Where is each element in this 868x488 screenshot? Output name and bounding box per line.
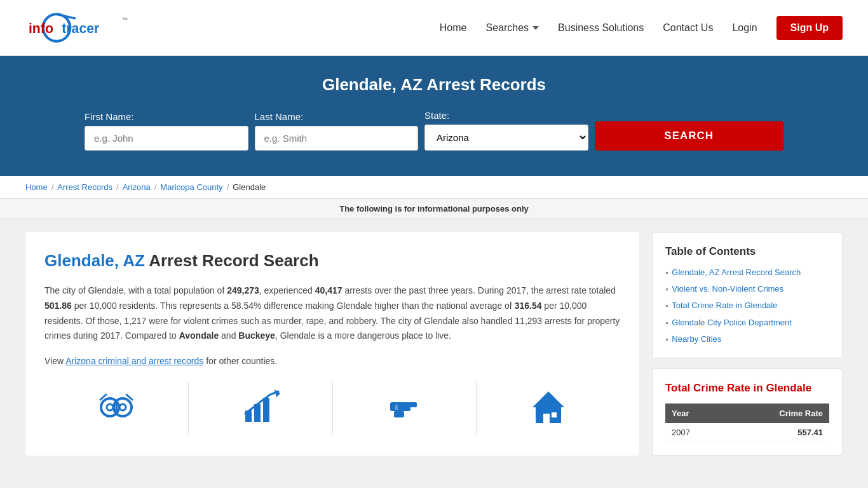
toc-bullet-1: ▪ bbox=[665, 268, 668, 277]
breadcrumb-home[interactable]: Home bbox=[25, 182, 48, 192]
toc-bullet-5: ▪ bbox=[665, 335, 668, 344]
breadcrumb-arrest-records[interactable]: Arrest Records bbox=[57, 182, 112, 192]
toc-title: Table of Contents bbox=[665, 245, 829, 258]
icons-row bbox=[44, 382, 620, 435]
article-view-text: View Arizona criminal and arrest records… bbox=[44, 354, 620, 369]
crime-rate-table: Year Crime Rate 2007 557.41 bbox=[665, 403, 829, 442]
searches-chevron-icon bbox=[532, 26, 539, 30]
toc-item-4: ▪ Glendale City Police Department bbox=[665, 317, 829, 329]
icon-stats bbox=[189, 382, 333, 435]
article-title-highlight: Glendale, AZ bbox=[44, 251, 145, 270]
svg-rect-18 bbox=[394, 411, 404, 417]
breadcrumb-sep-2: / bbox=[116, 182, 119, 192]
icon-violent bbox=[333, 382, 477, 435]
crime-table-rate-2007: 557.41 bbox=[724, 423, 829, 442]
toc-link-4[interactable]: Glendale City Police Department bbox=[672, 317, 792, 329]
info-bar: The following is for informational purpo… bbox=[0, 199, 868, 219]
crime-rate-box: Total Crime Rate in Glendale Year Crime … bbox=[652, 369, 843, 456]
state-group: State: Arizona Alabama Alaska California… bbox=[424, 110, 588, 151]
nav-searches-link[interactable]: Searches bbox=[485, 22, 529, 34]
svg-text:info: info bbox=[29, 20, 53, 36]
nav-home[interactable]: Home bbox=[440, 22, 467, 34]
toc-item-1: ▪ Glendale, AZ Arrest Record Search bbox=[665, 267, 829, 278]
logo[interactable]: info tracer ™ bbox=[25, 9, 140, 47]
toc-link-5[interactable]: Nearby Cities bbox=[672, 334, 721, 345]
article-body-5: and bbox=[219, 330, 238, 341]
article-view-suffix: for other counties. bbox=[203, 356, 277, 366]
svg-rect-22 bbox=[543, 414, 550, 423]
icon-arrest bbox=[44, 382, 189, 435]
article-city2: Buckeye bbox=[238, 330, 275, 341]
svg-rect-17 bbox=[408, 402, 417, 407]
toc-bullet-3: ▪ bbox=[665, 301, 668, 310]
svg-rect-16 bbox=[390, 402, 410, 411]
hero-title: Glendale, AZ Arrest Records bbox=[25, 75, 843, 95]
crime-table-header-row: Year Crime Rate bbox=[665, 403, 829, 423]
article-national-avg: 316.54 bbox=[515, 301, 542, 311]
content-left: Glendale, AZ Arrest Record Search The ci… bbox=[25, 232, 639, 456]
info-bar-text: The following is for informational purpo… bbox=[339, 204, 529, 214]
header: info tracer ™ Home Searches Business Sol… bbox=[0, 0, 868, 56]
toc-item-5: ▪ Nearby Cities bbox=[665, 334, 829, 345]
state-select[interactable]: Arizona Alabama Alaska California Colora… bbox=[424, 125, 588, 151]
crime-table-row-2007: 2007 557.41 bbox=[665, 423, 829, 442]
state-label: State: bbox=[424, 110, 588, 121]
toc-link-3[interactable]: Total Crime Rate in Glendale bbox=[672, 300, 777, 311]
svg-rect-19 bbox=[395, 405, 398, 410]
main-content: Glendale, AZ Arrest Record Search The ci… bbox=[0, 219, 868, 468]
nav-login[interactable]: Login bbox=[732, 22, 757, 34]
svg-marker-20 bbox=[532, 391, 564, 407]
breadcrumb-current: Glendale bbox=[233, 182, 266, 192]
az-records-link[interactable]: Arizona criminal and arrest records bbox=[65, 356, 203, 366]
search-form: First Name: Last Name: State: Arizona Al… bbox=[85, 110, 783, 151]
nav-searches[interactable]: Searches bbox=[485, 22, 539, 34]
crime-rate-title: Total Crime Rate in Glendale bbox=[665, 382, 829, 395]
last-name-label: Last Name: bbox=[255, 111, 419, 122]
toc-item-3: ▪ Total Crime Rate in Glendale bbox=[665, 300, 829, 311]
svg-text:tracer: tracer bbox=[62, 20, 99, 36]
breadcrumb-maricopa[interactable]: Maricopa County bbox=[160, 182, 222, 192]
svg-text:™: ™ bbox=[122, 16, 128, 22]
search-button[interactable]: SEARCH bbox=[595, 121, 784, 151]
first-name-input[interactable] bbox=[85, 126, 248, 151]
breadcrumb-sep-4: / bbox=[227, 182, 229, 192]
article-title: Glendale, AZ Arrest Record Search bbox=[44, 251, 620, 271]
svg-point-9 bbox=[119, 404, 126, 410]
toc-bullet-2: ▪ bbox=[665, 285, 668, 294]
article-body: The city of Glendale, with a total popul… bbox=[44, 283, 620, 344]
article-rate: 501.86 bbox=[44, 301, 72, 311]
toc-link-2[interactable]: Violent vs. Non-Violent Crimes bbox=[672, 283, 783, 295]
article-title-rest: Arrest Record Search bbox=[145, 251, 319, 270]
last-name-input[interactable] bbox=[255, 126, 419, 151]
svg-rect-14 bbox=[263, 398, 269, 422]
toc-item-2: ▪ Violent vs. Non-Violent Crimes bbox=[665, 283, 829, 295]
breadcrumb-arizona[interactable]: Arizona bbox=[123, 182, 151, 192]
first-name-group: First Name: bbox=[85, 111, 248, 151]
signup-button[interactable]: Sign Up bbox=[776, 16, 843, 40]
nav-contact[interactable]: Contact Us bbox=[663, 22, 713, 34]
crime-table-rate-header: Crime Rate bbox=[724, 403, 829, 423]
article-body-1: , experienced bbox=[259, 285, 315, 295]
breadcrumb: Home / Arrest Records / Arizona / Marico… bbox=[25, 182, 843, 192]
article-body-3: per 10,000 residents. This represents a … bbox=[72, 301, 515, 311]
article-population: 249,273 bbox=[227, 285, 259, 295]
breadcrumb-bar: Home / Arrest Records / Arizona / Marico… bbox=[0, 176, 868, 199]
crime-table-year-header: Year bbox=[665, 403, 724, 423]
nav-business[interactable]: Business Solutions bbox=[558, 22, 644, 34]
last-name-group: Last Name: bbox=[255, 111, 419, 151]
article-body-2: arrests over the past three years. Durin… bbox=[342, 285, 616, 295]
article-body-intro: The city of Glendale, with a total popul… bbox=[44, 285, 227, 295]
toc-bullet-4: ▪ bbox=[665, 318, 668, 327]
crime-table-year-2007: 2007 bbox=[665, 423, 724, 442]
first-name-label: First Name: bbox=[85, 111, 248, 122]
svg-point-8 bbox=[107, 404, 113, 410]
article-view-prefix: View bbox=[44, 356, 65, 366]
hero-section: Glendale, AZ Arrest Records First Name: … bbox=[0, 56, 868, 176]
toc-box: Table of Contents ▪ Glendale, AZ Arrest … bbox=[652, 232, 843, 358]
content-right: Table of Contents ▪ Glendale, AZ Arrest … bbox=[652, 232, 843, 456]
article-arrests: 40,417 bbox=[315, 285, 342, 295]
icon-property bbox=[477, 382, 620, 435]
svg-rect-23 bbox=[552, 412, 557, 417]
toc-link-1[interactable]: Glendale, AZ Arrest Record Search bbox=[672, 267, 801, 278]
breadcrumb-sep-3: / bbox=[154, 182, 157, 192]
